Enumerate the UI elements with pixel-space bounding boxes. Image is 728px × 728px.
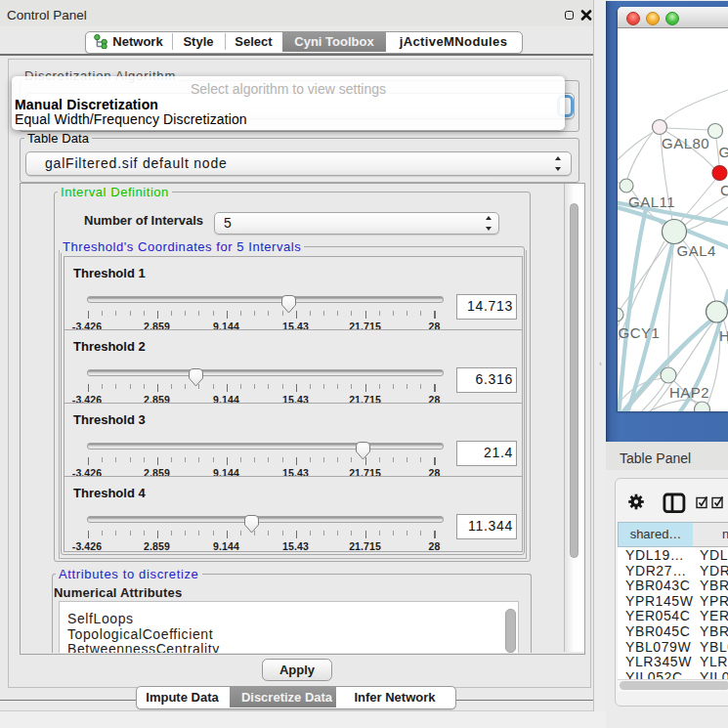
svg-text:CY: CY xyxy=(720,182,728,198)
svg-text:GAL11: GAL11 xyxy=(628,193,675,210)
svg-text:GCY1: GCY1 xyxy=(619,324,661,341)
svg-text:GAL1: GAL1 xyxy=(719,144,728,160)
svg-text:GAL80: GAL80 xyxy=(662,135,709,151)
svg-text:GAL4: GAL4 xyxy=(677,242,716,259)
svg-text:HAP2: HAP2 xyxy=(669,384,709,401)
svg-text:HIS: HIS xyxy=(719,327,728,344)
